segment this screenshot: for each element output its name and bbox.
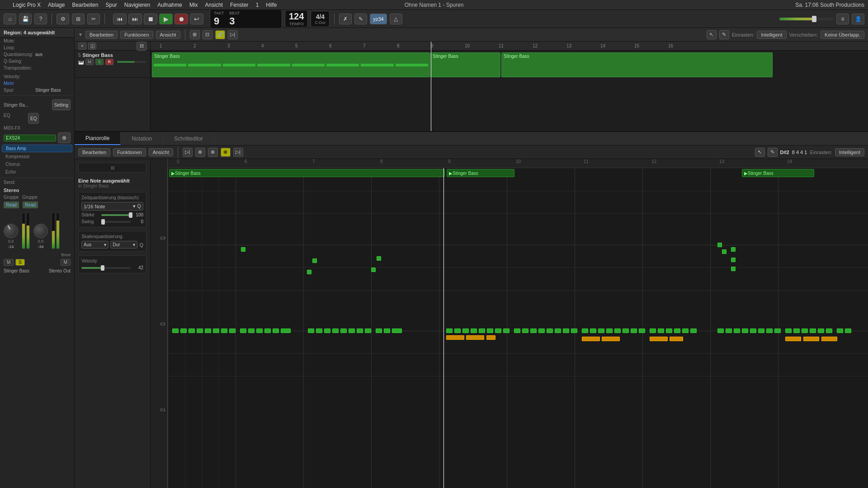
record-button[interactable]: ⏺ xyxy=(175,14,188,24)
volume-thumb[interactable] xyxy=(812,16,816,22)
note-1[interactable] xyxy=(172,328,179,333)
orange-note-1[interactable] xyxy=(446,335,464,340)
track-5-mic-icon[interactable]: 🎹 xyxy=(78,60,84,65)
ed-funktionen[interactable]: Funktionen xyxy=(113,148,146,156)
fast-forward-button[interactable]: ⏭ xyxy=(128,14,142,24)
note-b12-4[interactable] xyxy=(674,328,680,333)
arrange-region-3[interactable]: Stinger Bass xyxy=(501,52,773,77)
note-17[interactable] xyxy=(324,328,330,333)
toolbar-scissors-icon[interactable]: ✂ xyxy=(87,14,100,24)
toolbar-settings-icon[interactable]: ⚙ xyxy=(57,14,69,24)
menu-aufnahme[interactable]: Aufnahme xyxy=(157,2,182,8)
menu-navigieren[interactable]: Navigieren xyxy=(124,2,150,8)
note-high-9[interactable] xyxy=(731,258,736,262)
menu-logicprox[interactable]: Logic Pro X xyxy=(13,2,41,8)
toolbar-misc-1[interactable]: ✗ xyxy=(339,14,352,24)
note-b12-2[interactable] xyxy=(658,328,664,333)
aus-select[interactable]: Aus▾ xyxy=(81,241,108,249)
note-high-3[interactable] xyxy=(307,270,311,274)
note-b11-5[interactable] xyxy=(614,328,621,333)
track-option-icon[interactable]: ◫ xyxy=(88,42,96,50)
menu-bearbeiten[interactable]: Bearbeiten xyxy=(72,2,98,8)
ed-link-icon[interactable]: ⊕ xyxy=(221,148,231,157)
note-b9-1[interactable] xyxy=(446,328,453,333)
menu-ansicht[interactable]: Ansicht xyxy=(205,2,223,8)
ed-cursor-icon[interactable]: ↖ xyxy=(755,148,765,157)
ed-ansicht[interactable]: Ansicht xyxy=(149,148,173,156)
tab-pianorolle[interactable]: Pianorolle xyxy=(75,132,121,145)
arrange-region-1[interactable]: Stinger Bass xyxy=(152,52,430,77)
note-b10-6[interactable] xyxy=(555,328,561,333)
note-23[interactable] xyxy=(376,328,382,333)
note-b14-4[interactable] xyxy=(810,328,816,333)
note-20[interactable] xyxy=(349,328,355,333)
ed-bearbeiten[interactable]: Bearbeiten xyxy=(78,148,110,156)
einrasten-value[interactable]: Intelligent xyxy=(757,31,786,39)
note-b10-8[interactable] xyxy=(571,328,577,333)
note-b12-1[interactable] xyxy=(650,328,656,333)
note-16[interactable] xyxy=(316,328,322,333)
orange-2-2[interactable] xyxy=(602,337,620,341)
arrange-ansicht[interactable]: Ansicht xyxy=(156,31,180,39)
ed-icon-3[interactable]: ⊗ xyxy=(208,148,218,157)
note-b13-4[interactable] xyxy=(742,328,748,333)
swing-thumb[interactable] xyxy=(101,219,105,225)
verschieben-value[interactable]: Keine Überlapp. xyxy=(821,31,864,39)
note-6[interactable] xyxy=(213,328,219,333)
toolbar-misc-4[interactable]: △ xyxy=(390,14,402,24)
roll-region-2[interactable]: ▶ Stinger Bass xyxy=(447,169,514,177)
scale-q-btn[interactable]: Q xyxy=(139,242,143,248)
note-b11-3[interactable] xyxy=(598,328,604,333)
snap-icon[interactable]: ⊡ xyxy=(203,30,212,39)
swing-track[interactable] xyxy=(101,221,131,223)
note-10[interactable] xyxy=(248,328,255,333)
ed-icon-2[interactable]: ⊕ xyxy=(195,148,205,157)
note-2[interactable] xyxy=(180,328,187,333)
rewind-button[interactable]: ⏮ xyxy=(113,14,127,24)
note-b14-2[interactable] xyxy=(793,328,800,333)
play-button[interactable]: ▶ xyxy=(159,14,173,24)
eq-button[interactable]: EQ xyxy=(28,113,39,124)
exs24-toggle[interactable]: ⊕ xyxy=(58,132,71,143)
toolbar-right-1[interactable]: ≡ xyxy=(836,14,849,24)
note-b12-5[interactable] xyxy=(682,328,689,333)
echo-row[interactable]: Echo xyxy=(2,169,72,175)
note-b9-5[interactable] xyxy=(479,328,485,333)
tempo-display[interactable]: 124 TEMPO xyxy=(285,10,308,28)
note-4[interactable] xyxy=(197,328,203,333)
note-b13-5[interactable] xyxy=(750,328,756,333)
arrange-region-2[interactable]: Stinger Bass xyxy=(430,52,500,77)
toolbar-right-2[interactable]: 👤 xyxy=(852,14,864,24)
note-14[interactable] xyxy=(281,328,291,333)
strength-thumb[interactable] xyxy=(129,212,132,218)
toolbar-button-3[interactable]: ? xyxy=(34,14,47,24)
note-high-1[interactable] xyxy=(241,247,245,252)
note-b14-5[interactable] xyxy=(818,328,824,333)
orange-2-3[interactable] xyxy=(650,337,668,341)
note-b9-2[interactable] xyxy=(454,328,461,333)
note-b11-2[interactable] xyxy=(590,328,596,333)
add-track-icon[interactable]: + xyxy=(78,42,86,50)
toolbar-button-1[interactable]: ⌂ xyxy=(4,14,16,24)
note-b11-4[interactable] xyxy=(606,328,613,333)
note-high-7[interactable] xyxy=(722,249,726,254)
tool-icon[interactable]: ▷| xyxy=(228,30,238,39)
setting-button[interactable]: Setting xyxy=(52,99,71,110)
track-5-mute[interactable]: M xyxy=(85,59,94,65)
note-b9-8[interactable] xyxy=(503,328,509,333)
mute-button-1[interactable]: M xyxy=(4,259,14,266)
orange-2-4[interactable] xyxy=(670,337,683,341)
note-24[interactable] xyxy=(384,328,390,333)
ed-pencil-icon[interactable]: ✎ xyxy=(768,148,778,157)
loop-icon[interactable]: ⊟ xyxy=(137,42,146,51)
pan-knob-2[interactable] xyxy=(33,224,48,238)
roll-region-3[interactable]: ▶ Stinger Bass xyxy=(742,169,814,177)
note-b11-6[interactable] xyxy=(623,328,629,333)
solo-button-1[interactable]: S xyxy=(15,259,25,266)
ed-icon-5[interactable]: ▷| xyxy=(233,148,243,157)
note-3[interactable] xyxy=(189,328,195,333)
bassamp-row[interactable]: Bass Amp xyxy=(2,145,72,152)
note-13[interactable] xyxy=(273,328,279,333)
note-b13-8[interactable] xyxy=(774,328,781,333)
pencil-icon[interactable]: ✎ xyxy=(719,30,729,39)
